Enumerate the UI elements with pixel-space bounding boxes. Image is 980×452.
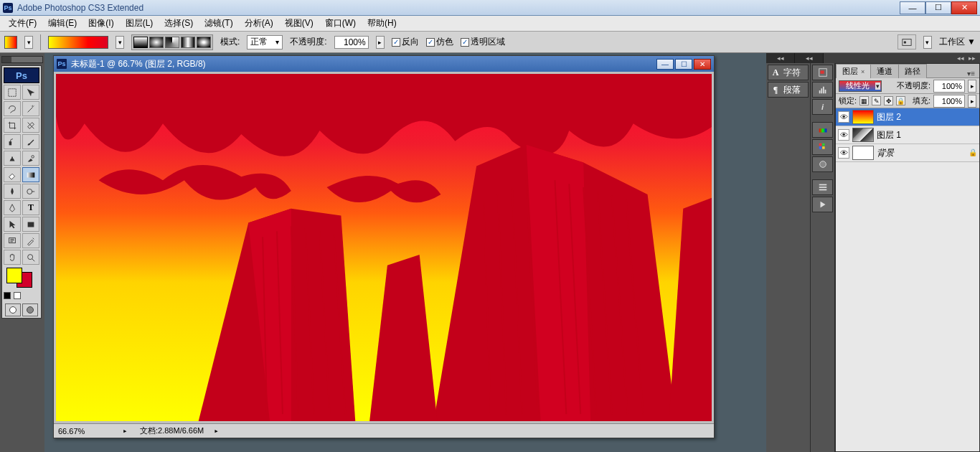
swatches-panel-icon[interactable] (812, 139, 833, 155)
clone-stamp-tool-icon[interactable] (4, 151, 21, 166)
blur-tool-icon[interactable] (4, 184, 21, 199)
eyedropper-tool-icon[interactable] (22, 233, 39, 248)
zoom-tool-icon[interactable] (22, 250, 39, 265)
quick-mask-icon[interactable] (22, 303, 38, 316)
layer-thumbnail[interactable] (852, 128, 874, 142)
layer-name[interactable]: 图层 1 (877, 129, 901, 141)
path-select-tool-icon[interactable] (4, 217, 21, 232)
hand-tool-icon[interactable] (4, 250, 21, 265)
document-titlebar[interactable]: Ps 未标题-1 @ 66.7% (图层 2, RGB/8) — ☐ ✕ (54, 56, 714, 72)
foreground-swatch[interactable] (6, 268, 22, 283)
magic-wand-tool-icon[interactable] (22, 101, 39, 116)
color-panel-icon[interactable] (812, 122, 833, 138)
tab-layers[interactable]: 图层× (836, 64, 871, 78)
menu-layer[interactable]: 图层(L) (120, 17, 159, 29)
workspace-label[interactable]: 工作区 ▼ (939, 36, 976, 48)
docinfo-arrow-icon[interactable]: ▸ (214, 426, 221, 435)
layer-thumbnail[interactable] (852, 146, 874, 160)
type-tool-icon[interactable]: T (22, 200, 39, 215)
slice-tool-icon[interactable] (22, 118, 39, 133)
layer-row-1[interactable]: 👁 图层 1 (836, 126, 979, 144)
dock-collapse-left-icon[interactable]: ◂◂ (766, 53, 795, 63)
layer-opacity-dropdown[interactable]: ▸ (968, 80, 976, 93)
blend-mode-select[interactable]: 线性光 (839, 80, 882, 92)
tab-channels[interactable]: 通道 (870, 64, 899, 78)
close-button[interactable]: ✕ (951, 1, 977, 14)
styles-panel-icon[interactable] (812, 156, 833, 172)
lock-transparent-icon[interactable]: ▦ (859, 96, 869, 105)
panel-menu-icon[interactable]: ▾≡ (963, 70, 979, 77)
eraser-tool-icon[interactable] (4, 167, 21, 182)
opacity-input[interactable]: 100% (334, 36, 369, 49)
notes-tool-icon[interactable] (4, 233, 21, 248)
brush-tool-icon[interactable] (22, 134, 39, 149)
menu-view[interactable]: 视图(V) (279, 17, 319, 29)
lock-position-icon[interactable]: ✥ (884, 96, 893, 105)
zoom-arrow-icon[interactable]: ▸ (123, 426, 130, 435)
actions-panel-icon[interactable] (812, 197, 833, 212)
default-colors[interactable] (4, 292, 39, 299)
fill-input[interactable]: 100% (933, 95, 965, 108)
bridge-dropdown[interactable]: ▾ (923, 36, 932, 49)
reflected-gradient-icon[interactable] (181, 37, 195, 48)
tab-close-icon[interactable]: × (861, 68, 864, 75)
rectangle-tool-icon[interactable] (22, 217, 39, 232)
histogram-panel-icon[interactable] (812, 82, 833, 98)
dither-checkbox[interactable]: 仿色 (426, 36, 453, 48)
info-panel-icon[interactable]: i (812, 99, 833, 115)
visibility-toggle-icon[interactable]: 👁 (838, 147, 849, 159)
move-tool-icon[interactable] (22, 85, 39, 100)
toolbox-tabhead[interactable] (1, 56, 43, 63)
menu-select[interactable]: 选择(S) (159, 17, 199, 29)
healing-brush-tool-icon[interactable] (4, 134, 21, 149)
doc-maximize-button[interactable]: ☐ (675, 59, 692, 70)
tab-paths[interactable]: 路径 (898, 64, 927, 78)
dock-collapse-mid-icon[interactable]: ◂◂ (795, 53, 824, 63)
history-panel-icon[interactable] (812, 179, 833, 195)
minimize-button[interactable]: — (900, 1, 925, 14)
menu-filter[interactable]: 滤镜(T) (199, 17, 238, 29)
layer-name[interactable]: 背景 (877, 147, 894, 159)
menu-edit[interactable]: 编辑(E) (42, 17, 83, 29)
zoom-field[interactable]: 66.67% (58, 427, 113, 435)
reverse-checkbox[interactable]: 反向 (392, 36, 419, 48)
layer-row-2[interactable]: 👁 图层 2 (836, 108, 979, 126)
diamond-gradient-icon[interactable] (197, 37, 211, 48)
menu-analysis[interactable]: 分析(A) (239, 17, 279, 29)
layer-row-bg[interactable]: 👁 背景 🔒 (836, 144, 979, 162)
layer-name[interactable]: 图层 2 (877, 111, 901, 123)
gradient-tool-icon[interactable] (22, 167, 39, 182)
standard-mode-icon[interactable] (5, 303, 21, 316)
opacity-dropdown[interactable]: ▸ (376, 36, 385, 49)
layer-opacity-input[interactable]: 100% (933, 80, 965, 93)
linear-gradient-icon[interactable] (133, 37, 148, 48)
lasso-tool-icon[interactable] (4, 101, 21, 116)
doc-minimize-button[interactable]: — (656, 59, 674, 70)
lock-all-icon[interactable]: 🔒 (896, 96, 905, 105)
visibility-toggle-icon[interactable]: 👁 (838, 111, 849, 123)
dodge-tool-icon[interactable] (22, 184, 39, 199)
paragraph-panel-button[interactable]: ¶段落 (768, 82, 809, 98)
menu-help[interactable]: 帮助(H) (362, 17, 402, 29)
character-panel-button[interactable]: A字符 (768, 65, 809, 80)
menu-file[interactable]: 文件(F) (3, 17, 42, 29)
transparency-checkbox[interactable]: 透明区域 (461, 36, 505, 48)
tool-preset-icon[interactable] (4, 36, 17, 49)
go-to-bridge-icon[interactable] (897, 34, 916, 50)
lock-pixels-icon[interactable]: ✎ (872, 96, 881, 105)
mode-select[interactable]: 正常 (247, 35, 283, 50)
dock-collapse-right-icon[interactable]: ◂◂ (957, 55, 964, 62)
crop-tool-icon[interactable] (4, 118, 21, 133)
radial-gradient-icon[interactable] (149, 37, 164, 48)
dock-expand-icon[interactable]: ▸▸ (969, 55, 976, 62)
visibility-toggle-icon[interactable]: 👁 (838, 129, 849, 141)
gradient-preview[interactable] (48, 36, 108, 49)
canvas-area[interactable] (54, 72, 714, 423)
fill-dropdown[interactable]: ▸ (968, 95, 976, 108)
doc-close-button[interactable]: ✕ (694, 59, 711, 70)
menu-image[interactable]: 图像(I) (83, 17, 119, 29)
layer-thumbnail[interactable] (852, 110, 874, 124)
maximize-button[interactable]: ☐ (925, 1, 951, 14)
pen-tool-icon[interactable] (4, 200, 21, 215)
gradient-dropdown[interactable]: ▾ (116, 36, 124, 49)
